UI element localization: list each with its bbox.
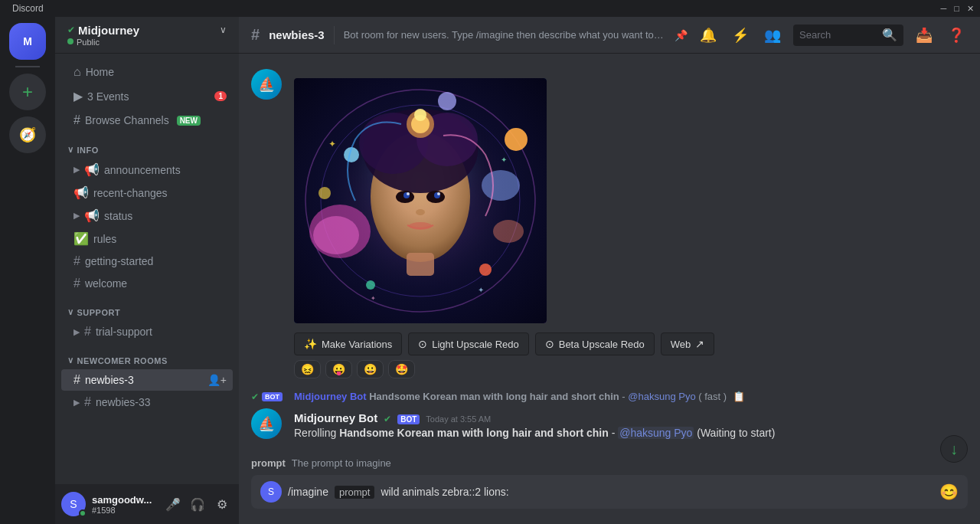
hash-icon: #: [74, 254, 80, 268]
hash-icon: #: [84, 395, 91, 409]
notification-text: Midjourney Bot Handsome Korean man with …: [294, 391, 727, 402]
sidebar-item-label: Home: [86, 66, 114, 78]
user-controls: 🎤 🎧 ⚙: [162, 493, 233, 515]
svg-text:✦: ✦: [371, 295, 376, 302]
svg-rect-30: [407, 253, 434, 276]
minimize-button[interactable]: ─: [941, 4, 947, 13]
reroll-message-content: Midjourney Bot ✔ BOT Today at 3:55 AM Re…: [294, 411, 968, 441]
channel-header-name: newbies-3: [269, 28, 325, 41]
light-upscale-redo-button[interactable]: ⊙ Light Upscale Redo: [408, 332, 528, 355]
mute-button[interactable]: 🎤: [162, 493, 184, 515]
section-label: SUPPORT: [77, 308, 121, 317]
pin-icon[interactable]: 📌: [675, 29, 688, 41]
reaction-grin[interactable]: 😀: [357, 360, 384, 378]
server-status: Public: [77, 38, 100, 47]
prompt-label: prompt: [251, 457, 286, 469]
beta-upscale-redo-label: Beta Upscale Redo: [559, 339, 645, 350]
reaction-tongue[interactable]: 😛: [325, 360, 352, 378]
message-options-icon[interactable]: 📋: [733, 391, 745, 402]
svg-point-8: [493, 220, 524, 243]
sidebar-content: ⌂ Home ▶ 3 Events 1 # Browse Channels NE…: [55, 54, 239, 484]
help-button[interactable]: ❓: [945, 24, 968, 47]
message-time: Today at 3:55 AM: [426, 414, 491, 424]
add-server-button[interactable]: +: [9, 74, 46, 110]
search-icon: 🔍: [882, 28, 897, 42]
sidebar-item-events[interactable]: ▶ 3 Events 1: [61, 84, 233, 108]
sidebar-item-recent-changes[interactable]: 📢 recent-changes: [61, 182, 233, 204]
home-icon: ⌂: [74, 65, 81, 79]
user-avatar[interactable]: S: [61, 492, 86, 516]
collapse-icon: ▶: [74, 327, 80, 337]
guild-icon-midjourney[interactable]: M: [9, 23, 46, 60]
scroll-to-bottom-button[interactable]: ↓: [940, 435, 968, 463]
down-arrow-icon: ↓: [950, 440, 958, 458]
bot-avatar-2[interactable]: ⛵: [251, 408, 282, 439]
svg-point-7: [482, 170, 520, 201]
message-input-box[interactable]: S /imagine prompt 😊: [251, 475, 968, 509]
sidebar-item-status[interactable]: ▶ 📢 status: [61, 205, 233, 227]
prompt-hint-text: The prompt to imagine: [292, 457, 391, 469]
section-newcomer-header[interactable]: ∨ NEWCOMER ROOMS: [55, 343, 239, 368]
svg-point-13: [438, 92, 456, 110]
discover-servers-button[interactable]: 🧭: [9, 116, 46, 153]
guild-bar: M + 🧭: [0, 17, 55, 524]
section-info-header[interactable]: ∨ INFO: [55, 133, 239, 158]
reaction-star-eyes[interactable]: 🤩: [388, 360, 415, 378]
reroll-message-group: ⛵ Midjourney Bot ✔ BOT Today at 3:55 AM …: [239, 405, 980, 444]
emoji-picker-button[interactable]: 😊: [939, 483, 959, 501]
notification-button[interactable]: 🔔: [697, 24, 720, 47]
search-box[interactable]: 🔍: [793, 25, 903, 46]
message-text: Rerolling Handsome Korean man with long …: [294, 426, 968, 441]
inbox-button[interactable]: 📥: [913, 24, 936, 47]
svg-text:✦: ✦: [328, 139, 336, 149]
channel-name: announcements: [104, 164, 181, 176]
sidebar-item-rules[interactable]: ✅ rules: [61, 228, 233, 250]
events-badge: 1: [214, 91, 227, 101]
bot-tag: BOT: [262, 392, 283, 401]
message-content: ✦ ✦ ✦ ✦ ✨ Make Variations: [294, 72, 968, 378]
maximize-button[interactable]: □: [954, 4, 959, 13]
sidebar-item-browse[interactable]: # Browse Channels NEW: [61, 109, 233, 132]
bot-avatar[interactable]: ⛵: [251, 69, 282, 100]
members-button[interactable]: 👥: [761, 24, 784, 47]
user-settings-button[interactable]: ⚙: [211, 493, 233, 515]
discord-title: Discord: [6, 3, 44, 14]
message-author[interactable]: Midjourney Bot: [294, 411, 377, 424]
beta-upscale-redo-button[interactable]: ⊙ Beta Upscale Redo: [535, 332, 655, 355]
make-variations-label: Make Variations: [322, 339, 392, 350]
add-member-icon[interactable]: 👤+: [207, 374, 227, 386]
message-image-container: ✦ ✦ ✦ ✦: [294, 78, 547, 323]
web-button[interactable]: Web ↗: [661, 332, 715, 355]
svg-point-27: [437, 192, 440, 195]
sparkle-icon: ✨: [304, 338, 317, 350]
deafen-button[interactable]: 🎧: [187, 493, 208, 515]
server-header[interactable]: ✔ Midjourney ∨ Public: [55, 17, 239, 54]
message-input[interactable]: [381, 486, 933, 498]
sidebar-item-welcome[interactable]: # welcome: [61, 273, 233, 294]
sidebar-item-trial-support[interactable]: ▶ # trial-support: [61, 321, 233, 342]
svg-point-29: [409, 222, 432, 230]
reactions: 😖 😛 😀 🤩: [294, 360, 968, 378]
reaction-angry[interactable]: 😖: [294, 360, 321, 378]
sidebar-item-newbies-3[interactable]: # newbies-3 👤+: [61, 369, 233, 391]
channel-name: welcome: [85, 277, 127, 290]
channel-icon: 📢: [74, 185, 89, 200]
sidebar-item-announcements[interactable]: ▶ 📢 announcements: [61, 159, 233, 181]
search-input[interactable]: [799, 29, 877, 41]
sidebar-item-getting-started[interactable]: # getting-started: [61, 251, 233, 272]
activity-button[interactable]: ⚡: [729, 24, 752, 47]
sidebar-item-newbies-33[interactable]: ▶ # newbies-33: [61, 391, 233, 413]
circle-icon: ⊙: [545, 338, 554, 350]
section-support-header[interactable]: ∨ SUPPORT: [55, 295, 239, 320]
plus-icon: +: [22, 81, 33, 103]
close-button[interactable]: ✕: [967, 4, 974, 14]
svg-point-9: [505, 128, 528, 151]
collapse-icon: ∨: [67, 307, 74, 317]
section-label: NEWCOMER ROOMS: [77, 356, 168, 365]
make-variations-button[interactable]: ✨ Make Variations: [294, 332, 402, 355]
channel-name: getting-started: [85, 255, 154, 267]
channel-name: newbies-3: [85, 374, 134, 386]
collapse-icon: ∨: [67, 355, 74, 365]
ai-generated-image: ✦ ✦ ✦ ✦: [294, 78, 547, 323]
sidebar-item-home[interactable]: ⌂ Home: [61, 61, 233, 84]
